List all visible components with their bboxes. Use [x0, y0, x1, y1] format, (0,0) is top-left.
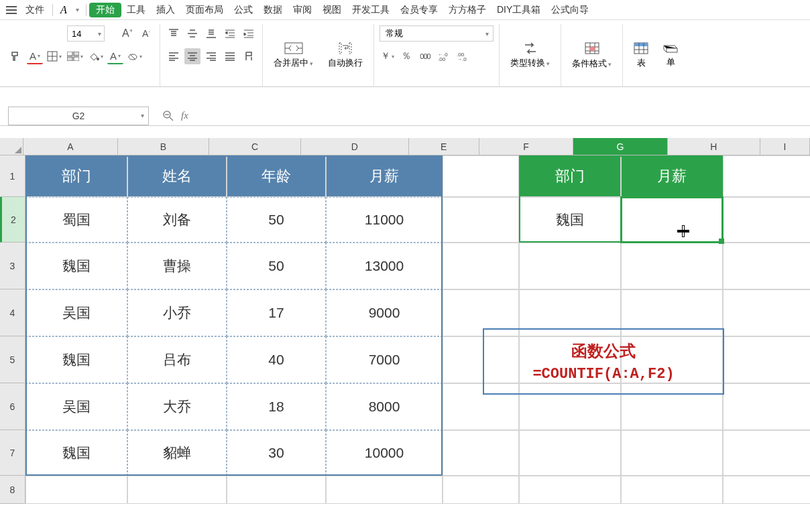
cell-empty[interactable] — [443, 155, 519, 197]
type-convert-button[interactable]: 类型转换▾ — [505, 40, 555, 72]
tab-formula[interactable]: 公式 — [229, 0, 258, 20]
decrease-indent-icon[interactable] — [222, 25, 238, 42]
table1-header[interactable]: 年龄 — [227, 155, 326, 197]
cell-empty[interactable] — [25, 476, 127, 504]
orientation-icon[interactable] — [241, 48, 257, 64]
align-bottom-icon[interactable] — [203, 25, 219, 42]
table1-cell[interactable]: 魏国 — [25, 243, 127, 289]
cell-style-button[interactable]: 单 — [658, 40, 683, 71]
auto-wrap-button[interactable]: 自动换行 — [323, 40, 368, 72]
row-header-6[interactable]: 6 — [0, 383, 25, 430]
table1-cell[interactable]: 7000 — [326, 336, 443, 383]
cell-empty[interactable] — [443, 476, 519, 504]
font-dropdown-icon[interactable]: ▾ — [72, 6, 83, 13]
tab-fangfang[interactable]: 方方格子 — [443, 0, 491, 20]
cell-empty[interactable] — [519, 476, 621, 504]
decrease-font-icon[interactable]: A- — [138, 25, 154, 42]
name-box[interactable]: G2 — [8, 107, 149, 125]
tab-formula-guide[interactable]: 公式向导 — [546, 0, 594, 20]
format-painter-icon[interactable] — [8, 48, 24, 64]
zoom-out-icon[interactable] — [162, 110, 174, 122]
number-format-selector[interactable]: 常规 — [380, 25, 494, 42]
row-header-1[interactable]: 1 — [0, 155, 25, 197]
align-right-icon[interactable] — [203, 48, 219, 64]
table1-cell[interactable]: 吴国 — [25, 289, 127, 336]
merge-center-button[interactable]: 合并居中▾ — [268, 40, 319, 72]
table1-cell[interactable]: 13000 — [326, 243, 443, 289]
cell-empty[interactable] — [127, 476, 227, 504]
tab-insert[interactable]: 插入 — [151, 0, 180, 20]
table-style-button[interactable]: 表 — [628, 40, 654, 72]
cell-empty[interactable] — [326, 476, 443, 504]
col-header-I[interactable]: I — [760, 138, 810, 155]
cell-empty[interactable] — [443, 197, 519, 243]
cell-empty[interactable] — [723, 243, 810, 289]
tab-home[interactable]: 开始 — [89, 3, 121, 17]
align-left-icon[interactable] — [166, 48, 182, 64]
row-header-2[interactable]: 2 — [0, 197, 25, 243]
table1-cell[interactable]: 吕布 — [127, 336, 227, 383]
font-preview-icon[interactable]: A — [56, 4, 72, 16]
table1-cell[interactable]: 魏国 — [25, 336, 127, 383]
tab-review[interactable]: 审阅 — [288, 0, 317, 20]
cell-empty[interactable] — [443, 243, 519, 289]
col-header-A[interactable]: A — [23, 138, 117, 155]
tab-devtools[interactable]: 开发工具 — [347, 0, 395, 20]
cell-empty[interactable] — [621, 476, 723, 504]
table1-cell[interactable]: 刘备 — [127, 197, 227, 243]
table2-header[interactable]: 部门 — [519, 155, 621, 197]
tab-tools[interactable]: 工具 — [121, 0, 151, 20]
col-header-G[interactable]: G — [573, 138, 667, 155]
cell-empty[interactable] — [723, 336, 810, 383]
table1-cell[interactable]: 小乔 — [127, 289, 227, 336]
clear-format-icon[interactable]: ▾ — [126, 48, 143, 64]
table1-cell[interactable]: 40 — [227, 336, 326, 383]
col-header-C[interactable]: C — [209, 138, 301, 155]
row-header-7[interactable]: 7 — [0, 430, 25, 476]
comma-icon[interactable]: 000 — [417, 48, 433, 64]
cell-empty[interactable] — [723, 383, 810, 430]
col-header-H[interactable]: H — [668, 138, 761, 155]
table1-cell[interactable]: 貂蝉 — [127, 430, 227, 476]
align-top-icon[interactable] — [166, 25, 182, 42]
table1-header[interactable]: 部门 — [25, 155, 127, 197]
increase-indent-icon[interactable] — [241, 25, 257, 42]
table1-header[interactable]: 月薪 — [326, 155, 443, 197]
fill-color-icon[interactable]: ▾ — [87, 48, 105, 64]
table1-cell[interactable]: 10000 — [326, 430, 443, 476]
table1-cell[interactable]: 吴国 — [25, 383, 127, 430]
cell-empty[interactable] — [621, 243, 723, 289]
borders-icon[interactable]: ▾ — [46, 48, 63, 64]
increase-decimal-icon[interactable]: ←.0.00 — [436, 48, 452, 64]
decrease-decimal-icon[interactable]: .00→.0 — [455, 48, 471, 64]
row-header-5[interactable]: 5 — [0, 336, 25, 383]
font-color-icon[interactable]: A▾ — [27, 48, 43, 64]
col-header-F[interactable]: F — [479, 138, 573, 155]
row-header-3[interactable]: 3 — [0, 243, 25, 289]
tab-pagelayout[interactable]: 页面布局 — [180, 0, 229, 20]
cell-empty[interactable] — [723, 289, 810, 336]
increase-font-icon[interactable]: A+ — [119, 25, 135, 42]
font-color2-icon[interactable]: A▾ — [107, 48, 123, 64]
hamburger-icon[interactable] — [3, 2, 20, 18]
row-header-4[interactable]: 4 — [0, 289, 25, 336]
table2-header[interactable]: 月薪 — [621, 155, 723, 197]
cell-empty[interactable] — [443, 430, 519, 476]
table1-cell[interactable]: 11000 — [326, 197, 443, 243]
fx-icon[interactable]: fx — [181, 110, 188, 121]
table1-cell[interactable]: 50 — [227, 243, 326, 289]
row-header-8[interactable]: 8 — [0, 476, 25, 504]
table1-cell[interactable]: 魏国 — [25, 430, 127, 476]
table1-cell[interactable]: 曹操 — [127, 243, 227, 289]
align-justify-icon[interactable] — [222, 48, 238, 64]
col-header-D[interactable]: D — [301, 138, 409, 155]
currency-icon[interactable]: ￥▾ — [380, 48, 396, 64]
percent-icon[interactable]: ％ — [398, 48, 414, 64]
cell-empty[interactable] — [227, 476, 326, 504]
select-all-corner[interactable] — [0, 138, 23, 155]
table1-header[interactable]: 姓名 — [127, 155, 227, 197]
file-menu[interactable]: 文件 — [20, 4, 50, 16]
tab-diy[interactable]: DIY工具箱 — [491, 0, 546, 20]
tab-vip[interactable]: 会员专享 — [395, 0, 443, 20]
cell-empty[interactable] — [621, 430, 723, 476]
